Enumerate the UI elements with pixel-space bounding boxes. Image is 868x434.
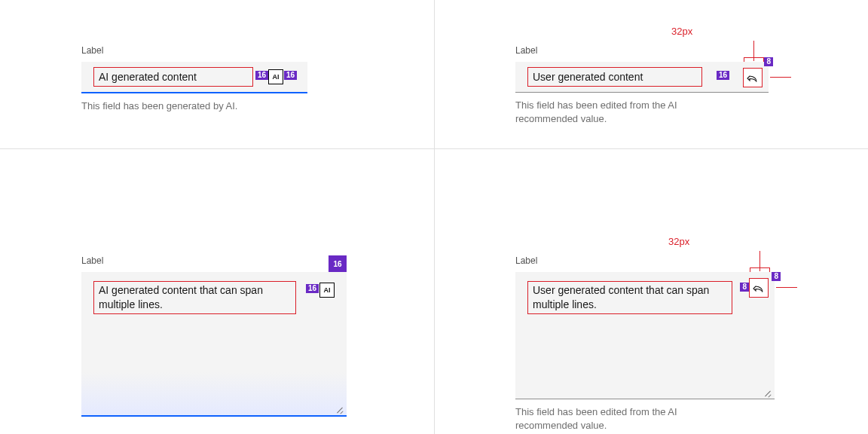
quadrant-ai-textarea: Label 16 AI generated content that can s… [0, 216, 434, 434]
spec-tag-gap: 16 [306, 284, 319, 293]
spec-tag-top: 16 [329, 255, 347, 272]
dim-line-top [750, 267, 770, 268]
spec-page: Label AI generated content AI 16 16 This… [0, 0, 868, 434]
text-input[interactable]: AI generated content AI 16 16 [81, 62, 307, 93]
text-input[interactable]: User generated content 16 8 [515, 62, 769, 93]
revert-button[interactable] [749, 278, 769, 298]
textarea-value: AI generated content that can span multi… [93, 281, 296, 314]
dim-line-h [770, 77, 791, 78]
undo-icon [747, 72, 759, 84]
resize-handle-icon[interactable] [764, 388, 772, 396]
field-label: Label [515, 45, 820, 56]
quadrant-user-single: 32px 16px Label User generated content 1… [434, 0, 868, 216]
ai-chip-icon: AI [319, 283, 335, 298]
spec-tag-gap-left: 16 [255, 71, 268, 80]
quadrant-user-textarea: 32px 16px Label User generated content t… [434, 216, 868, 434]
helper-text: This field has been edited from the AI r… [515, 405, 726, 432]
quadrant-ai-single: Label AI generated content AI 16 16 This… [0, 0, 434, 216]
textarea[interactable]: User generated content that can span mul… [515, 272, 775, 399]
field-label: Label [515, 255, 820, 266]
text-input-value: User generated content [527, 67, 702, 87]
spec-tag-right: 8 [772, 272, 781, 281]
field-label: Label [81, 45, 386, 56]
textarea[interactable]: 16 AI generated content that can span mu… [81, 272, 347, 417]
spec-tag-gap-right: 16 [284, 71, 297, 80]
spec-tag-left: 8 [740, 283, 749, 292]
resize-handle-icon[interactable] [336, 405, 344, 412]
helper-text: This field has been generated by AI. [81, 99, 292, 113]
dim-line-h [776, 287, 797, 288]
helper-text: This field has been edited from the AI r… [515, 99, 726, 125]
dim-line-top [744, 57, 764, 58]
spec-tag-gap: 16 [717, 71, 729, 80]
revert-button[interactable] [743, 68, 763, 87]
undo-icon [753, 282, 765, 294]
textarea-value: User generated content that can span mul… [527, 281, 732, 314]
ai-chip-icon: AI [268, 69, 283, 84]
dimension-top: 32px [671, 26, 692, 37]
spec-tag-corner: 8 [764, 57, 773, 66]
dimension-top: 32px [668, 236, 689, 247]
text-input-value: AI generated content [93, 67, 253, 87]
